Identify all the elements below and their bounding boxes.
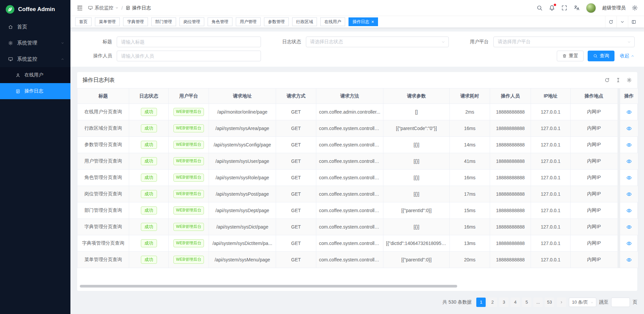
status-badge: 成功: [141, 239, 157, 248]
page-button[interactable]: 2: [488, 298, 497, 307]
sidebar-item-operation-log[interactable]: 操作日志: [0, 83, 70, 99]
next-page-button[interactable]: [557, 298, 566, 307]
tab-item[interactable]: 字典管理: [123, 17, 148, 26]
tab-label: 在线用户: [324, 19, 341, 25]
sidebar-item-system-management[interactable]: 系统管理: [0, 35, 70, 51]
cell-method: GET: [276, 153, 316, 170]
view-detail-icon[interactable]: [626, 191, 632, 197]
table-row: 参数管理分页查询成功WEB管理后台/api/system/sysConfig/p…: [77, 137, 638, 153]
row-height-icon[interactable]: [615, 77, 621, 83]
cell-handler: com.coffee.system.controlle...: [316, 170, 383, 186]
title-input[interactable]: [117, 37, 261, 47]
collapse-filters-link[interactable]: 收起: [620, 53, 635, 59]
chevron-down-icon[interactable]: [616, 16, 628, 27]
tab-item[interactable]: 岗位管理: [179, 17, 204, 26]
cell-url: /api/system/sysArea/page: [209, 120, 276, 137]
tab-item[interactable]: 首页: [75, 17, 92, 26]
tab-item[interactable]: 在线用户: [320, 17, 345, 26]
topbar: 系统监控 / 操作日志 超级管理员: [70, 0, 644, 16]
cell-duration: 13ms: [450, 235, 490, 252]
cell-operator: 18888888888: [490, 104, 531, 120]
layout-icon[interactable]: [628, 16, 639, 27]
view-detail-icon[interactable]: [626, 224, 632, 230]
cell-status: 成功: [129, 170, 169, 186]
log-icon: [15, 89, 20, 94]
cell-location: 内网IP: [571, 186, 619, 202]
search-icon[interactable]: [536, 5, 543, 11]
cell-method: GET: [276, 104, 316, 120]
page-button[interactable]: 4: [511, 298, 520, 307]
card-tools: [604, 77, 632, 83]
cell-title: 字典项管理分页查询: [77, 235, 129, 252]
view-detail-icon[interactable]: [626, 257, 632, 263]
cell-status: 成功: [129, 235, 169, 252]
tab-item[interactable]: 操作日志×: [348, 17, 378, 26]
page-button[interactable]: 53: [545, 298, 554, 307]
table-row: 在线用户分页查询成功WEB管理后台/api/monitor/online/pag…: [77, 104, 638, 120]
tab-item[interactable]: 菜单管理: [95, 17, 120, 26]
sidebar-collapse-icon[interactable]: [76, 5, 83, 11]
view-detail-icon[interactable]: [626, 208, 632, 213]
cell-ip: 127.0.0.1: [531, 153, 571, 170]
column-settings-gear-icon[interactable]: [627, 77, 632, 83]
cell-handler: com.coffee.admin.controller...: [316, 104, 383, 120]
cell-params: [{}]: [383, 170, 450, 186]
operator-input[interactable]: [117, 51, 261, 61]
log-status-select[interactable]: 请选择日志状态: [306, 37, 449, 47]
jump-page-input[interactable]: [611, 298, 630, 307]
tabbar: 首页菜单管理字典管理部门管理岗位管理角色管理用户管理参数管理行政区域在线用户操作…: [70, 16, 644, 27]
page-button[interactable]: 3: [499, 298, 508, 307]
tab-item[interactable]: 行政区域: [292, 17, 317, 26]
card-title: 操作日志列表: [83, 77, 115, 84]
view-detail-icon[interactable]: [626, 142, 632, 148]
view-detail-icon[interactable]: [626, 126, 632, 131]
horizontal-scrollbar-thumb[interactable]: [80, 285, 457, 288]
settings-gear-icon[interactable]: [632, 5, 638, 11]
tab-item[interactable]: 部门管理: [151, 17, 176, 26]
user-platform-select[interactable]: 请选择用户平台: [493, 37, 635, 47]
user-name[interactable]: 超级管理员: [602, 5, 626, 11]
reset-button[interactable]: 重置: [557, 51, 584, 61]
tab-item[interactable]: 用户管理: [236, 17, 261, 26]
tab-label: 部门管理: [155, 19, 172, 25]
view-detail-icon[interactable]: [626, 159, 632, 164]
sidebar-item-home[interactable]: 首页: [0, 19, 70, 35]
select-placeholder: 请选择日志状态: [310, 39, 343, 45]
notification-bell-icon[interactable]: [549, 5, 555, 11]
tab-item[interactable]: 角色管理: [208, 17, 232, 26]
cell-handler: com.coffee.system.controlle...: [316, 235, 383, 252]
cell-location: 内网IP: [571, 235, 619, 252]
sidebar-item-label: 系统监控: [17, 56, 37, 62]
refresh-icon[interactable]: [604, 77, 610, 83]
sidebar-item-system-monitor[interactable]: 系统监控: [0, 51, 70, 67]
view-detail-icon[interactable]: [626, 109, 632, 115]
view-detail-icon[interactable]: [626, 175, 632, 181]
view-detail-icon[interactable]: [626, 241, 632, 246]
platform-badge: WEB管理后台: [173, 141, 204, 148]
avatar[interactable]: [586, 3, 596, 13]
cell-title: 字典管理分页查询: [77, 219, 129, 235]
page-button[interactable]: 1: [476, 298, 486, 307]
search-button[interactable]: 查询: [588, 51, 614, 61]
status-badge: 成功: [141, 223, 157, 231]
cell-ip: 127.0.0.1: [531, 170, 571, 186]
cell-status: 成功: [129, 104, 169, 120]
cell-handler: com.coffee.system.controlle...: [316, 252, 383, 268]
breadcrumb: 系统监控 / 操作日志: [88, 5, 151, 11]
table-row: 菜单管理分页查询成功WEB管理后台/api/system/sysMenu/pag…: [77, 252, 638, 268]
sidebar-menu: 首页 系统管理 系统监控 在线用户 操作日志: [0, 19, 70, 99]
tab-close-icon[interactable]: ×: [371, 19, 374, 24]
breadcrumb-item-monitor[interactable]: 系统监控: [88, 5, 119, 11]
cell-action: [619, 235, 638, 252]
cell-location: 内网IP: [571, 120, 619, 137]
fullscreen-icon[interactable]: [561, 5, 568, 11]
translate-icon[interactable]: [574, 5, 580, 11]
sidebar-item-online-users[interactable]: 在线用户: [0, 67, 70, 83]
cell-status: 成功: [129, 137, 169, 153]
status-badge: 成功: [141, 108, 157, 116]
page-button[interactable]: 5: [522, 298, 531, 307]
tab-item[interactable]: 参数管理: [264, 17, 289, 26]
page-size-select[interactable]: 10 条/页: [569, 298, 596, 307]
refresh-icon[interactable]: [605, 16, 616, 27]
cell-platform: WEB管理后台: [169, 104, 209, 120]
